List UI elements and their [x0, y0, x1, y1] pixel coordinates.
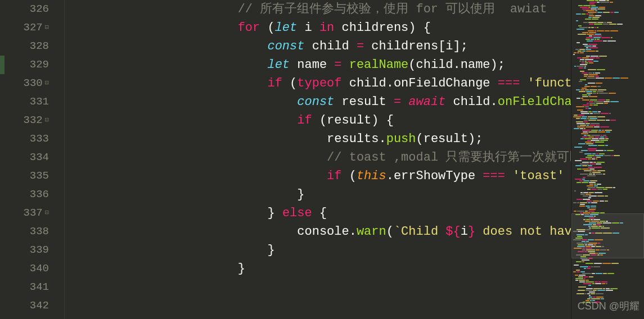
code-line[interactable]: for (let i in childrens) { [67, 19, 571, 37]
code-token: let [267, 56, 290, 74]
code-token [67, 222, 297, 241]
code-token: = [334, 56, 341, 74]
code-token: does not have o [475, 222, 571, 241]
code-token [67, 204, 267, 222]
code-token: . [386, 74, 394, 93]
code-token [297, 19, 304, 37]
code-token: for [238, 19, 260, 37]
code-token: } [267, 241, 274, 259]
code-line[interactable] [67, 278, 571, 297]
code-token: === [498, 74, 520, 93]
code-token [445, 93, 453, 111]
code-token: child [453, 93, 490, 111]
line-number: 336 [0, 185, 49, 204]
code-token [386, 93, 394, 111]
code-line[interactable]: if (this.errShowType === 'toast' || [67, 167, 571, 185]
code-token [67, 241, 267, 259]
code-token: ( [386, 222, 394, 241]
code-token [401, 93, 408, 111]
code-line[interactable]: // toast ,modal 只需要执行第一次就可以 [67, 148, 571, 167]
line-number: 327⊟ [0, 19, 49, 37]
code-token: ( [408, 56, 416, 74]
code-token: ]; [453, 37, 468, 56]
code-line[interactable]: } [67, 185, 571, 204]
code-token: results [327, 130, 379, 148]
code-token: = [394, 93, 401, 111]
code-token: console [297, 222, 349, 241]
code-token [67, 56, 267, 74]
code-token: . [453, 56, 461, 74]
code-token: onFieldChange [394, 74, 490, 93]
code-token [342, 56, 349, 74]
code-token [304, 37, 312, 56]
code-token [67, 74, 267, 93]
minimap-viewport[interactable] [571, 213, 644, 258]
code-token [334, 19, 341, 37]
code-token: const [267, 37, 304, 56]
code-line[interactable]: results.push(result); [67, 130, 571, 148]
code-line[interactable]: const result = await child.onFieldChange [67, 93, 571, 111]
code-line[interactable]: } else { [67, 204, 571, 222]
code-token: await [408, 93, 445, 111]
code-token: . [386, 167, 394, 185]
code-token: in [319, 19, 334, 37]
code-token: push [386, 130, 416, 148]
code-token: . [379, 130, 386, 148]
code-token: if [327, 167, 341, 185]
code-token: i [304, 19, 312, 37]
code-token: 'toast' [512, 167, 564, 185]
code-token: ${ [445, 222, 460, 241]
code-token: realName [349, 56, 409, 74]
code-line[interactable]: console.warn(`Child ${i} does not have o [67, 222, 571, 241]
code-token [67, 185, 297, 204]
code-token: const [297, 93, 334, 111]
code-token [475, 167, 483, 185]
code-line[interactable]: // 所有子组件参与校验，使用 for 可以使用 awiat [67, 0, 571, 19]
code-token: result [342, 93, 386, 111]
fold-column[interactable] [53, 0, 65, 319]
code-token: result [327, 111, 371, 130]
code-token [67, 19, 238, 37]
code-token [67, 0, 238, 19]
code-token: child [349, 74, 386, 93]
code-token: i [445, 37, 453, 56]
code-token [364, 37, 371, 56]
code-line[interactable]: let name = realName(child.name); [67, 56, 571, 74]
code-token: errShowType [394, 167, 475, 185]
code-token: childrens [342, 19, 409, 37]
code-line[interactable]: const child = childrens[i]; [67, 37, 571, 56]
code-line[interactable]: if (typeof child.onFieldChange === 'func… [67, 74, 571, 93]
code-token: ( [260, 19, 274, 37]
code-line[interactable] [67, 297, 571, 315]
code-token: this [357, 167, 386, 185]
code-line[interactable]: if (result) { [67, 111, 571, 130]
code-token: if [297, 111, 312, 130]
code-token: ( [282, 74, 297, 93]
code-area[interactable]: // 所有子组件参与校验，使用 for 可以使用 awiat for (let … [65, 0, 571, 319]
fold-toggle-icon[interactable]: ⊟ [45, 19, 49, 37]
code-token [334, 93, 341, 111]
code-token: let [275, 19, 298, 37]
code-token [349, 37, 357, 56]
code-token: . [490, 93, 498, 111]
code-token: ( [312, 111, 327, 130]
line-number: 334 [0, 148, 49, 167]
code-token: ) { [408, 19, 431, 37]
code-token: ( [416, 130, 424, 148]
fold-toggle-icon[interactable]: ⊟ [45, 111, 49, 130]
code-token [290, 56, 297, 74]
code-token: } [468, 222, 475, 241]
code-token: `Child [394, 222, 445, 241]
code-line[interactable] [67, 315, 571, 319]
code-token: = [357, 37, 364, 56]
line-number-gutter[interactable]: 326327⊟328329330⊟331332⊟333334335336337⊟… [0, 0, 53, 319]
minimap[interactable] [571, 0, 644, 319]
fold-toggle-icon[interactable]: ⊟ [45, 74, 49, 93]
line-number: 339 [0, 241, 49, 259]
line-number: 335 [0, 167, 49, 185]
fold-toggle-icon[interactable]: ⊟ [45, 204, 49, 222]
line-number: 332⊟ [0, 111, 49, 130]
code-line[interactable]: } [67, 241, 571, 259]
code-line[interactable]: } [67, 259, 571, 278]
code-token [67, 37, 267, 56]
